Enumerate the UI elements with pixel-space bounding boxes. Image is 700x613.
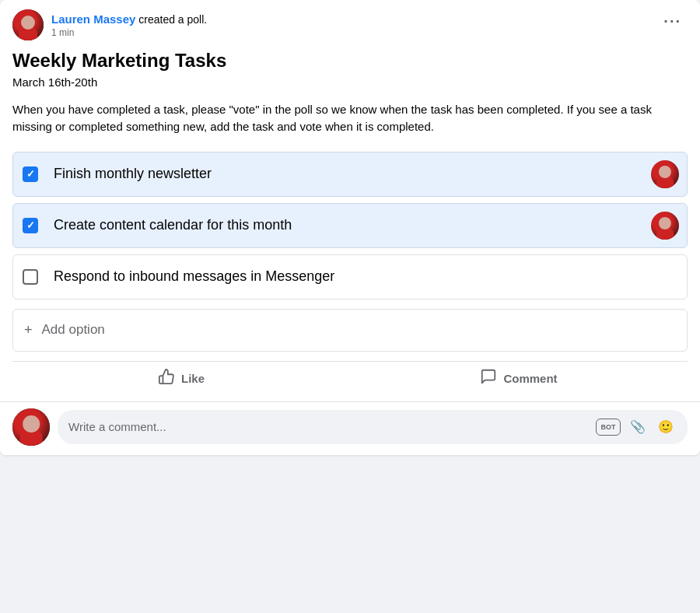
add-option-plus-icon: + [24, 322, 33, 338]
checkbox-inner-2 [23, 218, 38, 233]
checkbox-inner-1 [23, 166, 38, 182]
post-body: Lauren Massey created a poll. 1 min ··· … [0, 0, 700, 401]
post-card: Lauren Massey created a poll. 1 min ··· … [0, 0, 700, 455]
post-meta: Lauren Massey created a poll. 1 min [51, 12, 207, 38]
post-title: Weekly Marketing Tasks [12, 50, 688, 72]
author-avatar [12, 9, 44, 40]
poll-option-3[interactable]: Respond to inbound messages in Messenger [12, 254, 688, 299]
poll-checkbox-1[interactable] [13, 152, 47, 196]
comment-label: Comment [503, 372, 557, 385]
voter-avatar-img-2 [651, 212, 679, 240]
comment-icons: BOT 📎 🙂 [596, 416, 677, 438]
commenter-avatar [12, 408, 50, 446]
paperclip-icon[interactable]: 📎 [627, 416, 649, 438]
poll-option-1[interactable]: Finish monthly newsletter [12, 152, 688, 197]
post-subtitle: March 16th-20th [12, 75, 688, 89]
poll-checkbox-2[interactable] [13, 204, 47, 247]
comment-button[interactable]: Comment [350, 362, 688, 395]
commenter-avatar-img [12, 408, 50, 446]
post-description: When you have completed a task, please "… [12, 101, 688, 136]
post-actions: Like Comment [12, 361, 688, 395]
author-avatar-img [12, 9, 44, 40]
bot-icon[interactable]: BOT [596, 419, 621, 436]
comment-icon [480, 368, 497, 389]
like-button[interactable]: Like [12, 362, 350, 395]
add-option-row[interactable]: + Add option [12, 309, 688, 352]
author-line: Lauren Massey created a poll. [51, 12, 207, 26]
comment-input-wrap[interactable]: BOT 📎 🙂 [58, 410, 688, 444]
checkbox-inner-3 [23, 269, 38, 285]
emoji-icon[interactable]: 🙂 [655, 416, 677, 438]
post-header-left: Lauren Massey created a poll. 1 min [12, 9, 207, 40]
post-timestamp: 1 min [51, 27, 207, 38]
comment-input[interactable] [68, 420, 596, 433]
poll-option-2[interactable]: Create content calendar for this month [12, 203, 688, 248]
post-action: created a poll. [135, 13, 207, 26]
voter-avatar-img-1 [651, 160, 679, 188]
author-name[interactable]: Lauren Massey [51, 12, 135, 26]
add-option-label: Add option [42, 322, 105, 338]
poll-options: Finish monthly newsletter Create content… [12, 152, 688, 306]
option-voter-avatar-2 [651, 212, 679, 240]
post-header: Lauren Massey created a poll. 1 min ··· [12, 9, 688, 40]
more-options-button[interactable]: ··· [657, 9, 688, 33]
option-text-3: Respond to inbound messages in Messenger [47, 258, 687, 295]
option-text-2: Create content calendar for this month [47, 205, 651, 246]
like-label: Like [181, 372, 205, 385]
option-text-1: Finish monthly newsletter [47, 153, 651, 194]
option-voter-avatar-1 [651, 160, 679, 188]
comment-bar: BOT 📎 🙂 [0, 401, 700, 455]
like-icon [158, 368, 175, 389]
poll-checkbox-3[interactable] [13, 255, 47, 299]
